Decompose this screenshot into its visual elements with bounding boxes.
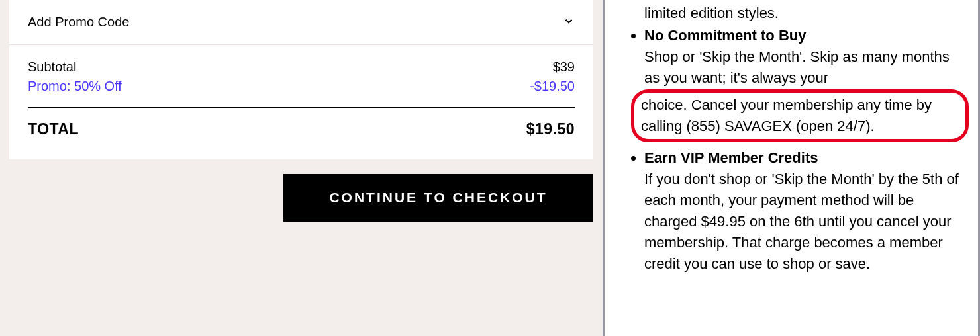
checkout-row: CONTINUE TO CHECKOUT xyxy=(0,159,603,222)
summary-card: Add Promo Code Subtotal $39 Promo: 50% O… xyxy=(9,0,593,159)
membership-info-panel: everyone else, and get Xclusive access t… xyxy=(603,0,980,336)
list-item: Earn VIP Member Credits If you don't sho… xyxy=(644,147,959,274)
summary-divider xyxy=(28,107,575,108)
bullet-body-highlighted: choice. Cancel your membership any time … xyxy=(641,97,932,134)
add-promo-code-toggle[interactable]: Add Promo Code xyxy=(9,0,593,45)
bullet-body: If you don't shop or 'Skip the Month' by… xyxy=(644,169,959,274)
continue-to-checkout-button[interactable]: CONTINUE TO CHECKOUT xyxy=(283,174,593,222)
bullet-head: No Commitment to Buy xyxy=(644,27,806,44)
total-label: TOTAL xyxy=(28,120,79,138)
info-text-fragment: everyone else, and get Xclusive access t… xyxy=(644,0,959,24)
promo-label: Promo: 50% Off xyxy=(28,79,122,94)
total-value: $19.50 xyxy=(526,120,575,138)
bullet-body-pre: Shop or 'Skip the Month'. Skip as many m… xyxy=(644,46,959,89)
subtotal-value: $39 xyxy=(553,60,575,75)
subtotal-row: Subtotal $39 xyxy=(28,60,575,75)
checkout-summary-panel: Add Promo Code Subtotal $39 Promo: 50% O… xyxy=(0,0,603,336)
membership-bullet-list: No Commitment to Buy Shop or 'Skip the M… xyxy=(623,25,959,274)
promo-value: -$19.50 xyxy=(530,79,575,94)
total-row: TOTAL $19.50 xyxy=(28,120,575,144)
promo-toggle-label: Add Promo Code xyxy=(28,15,129,30)
promo-row: Promo: 50% Off -$19.50 xyxy=(28,79,575,94)
bullet-head: Earn VIP Member Credits xyxy=(644,149,818,166)
subtotal-label: Subtotal xyxy=(28,60,76,75)
cancel-callout-highlight: choice. Cancel your membership any time … xyxy=(631,89,969,142)
list-item: No Commitment to Buy Shop or 'Skip the M… xyxy=(644,25,959,144)
summary-body: Subtotal $39 Promo: 50% Off -$19.50 TOTA… xyxy=(9,45,593,159)
chevron-down-icon xyxy=(563,15,575,30)
